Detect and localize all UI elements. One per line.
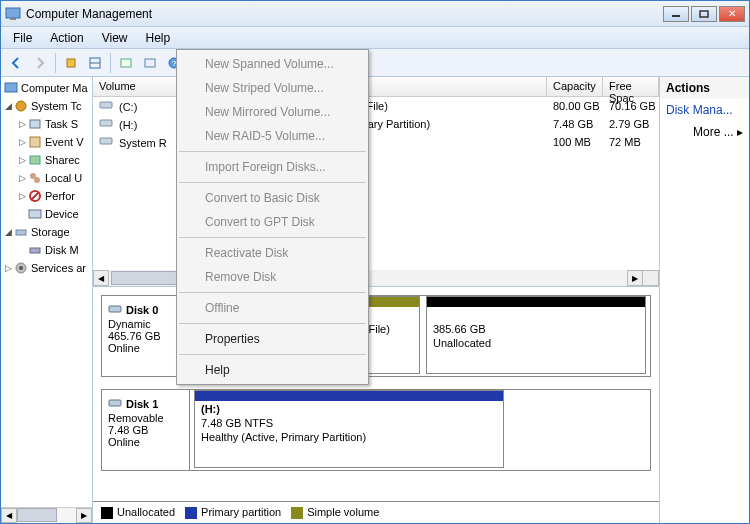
svg-rect-32 [109, 400, 121, 406]
app-icon [5, 6, 21, 22]
tree-item[interactable]: Disk M [1, 241, 92, 259]
svg-rect-17 [30, 137, 40, 147]
tree-item[interactable]: ▷Task S [1, 115, 92, 133]
toolbar-button-4[interactable] [139, 52, 161, 74]
back-button[interactable] [5, 52, 27, 74]
tree-item[interactable]: ◢System Tc [1, 97, 92, 115]
menu-bar: File Action View Help [1, 27, 749, 49]
svg-rect-1 [10, 18, 16, 20]
svg-rect-8 [145, 59, 155, 67]
svg-rect-14 [5, 83, 17, 92]
disk-icon [108, 302, 122, 318]
svg-line-22 [31, 192, 39, 200]
svg-rect-30 [100, 138, 112, 144]
svg-rect-24 [16, 230, 26, 235]
disk-1-info[interactable]: Disk 1 Removable 7.48 GB Online [102, 390, 190, 470]
minimize-button[interactable] [663, 6, 689, 22]
menu-help[interactable]: Help [138, 29, 179, 47]
actions-header: Actions [660, 77, 749, 99]
context-menu-item: New RAID-5 Volume... [177, 124, 368, 148]
drive-icon [99, 99, 115, 111]
context-menu-item: Convert to Basic Disk [177, 186, 368, 210]
tree-item[interactable]: ▷Services ar [1, 259, 92, 277]
tree-item-icon [27, 152, 43, 168]
tree-item-icon [27, 134, 43, 150]
context-menu-item: New Spanned Volume... [177, 52, 368, 76]
context-menu-item: New Striped Volume... [177, 76, 368, 100]
toolbar-button-2[interactable] [84, 52, 106, 74]
context-menu-item: Reactivate Disk [177, 241, 368, 265]
disk-1-row[interactable]: Disk 1 Removable 7.48 GB Online (H:) 7.4… [101, 389, 651, 471]
tree-root[interactable]: Computer Ma [1, 79, 92, 97]
tree-item-icon [27, 116, 43, 132]
forward-button[interactable] [29, 52, 51, 74]
svg-rect-29 [100, 120, 112, 126]
svg-rect-7 [121, 59, 131, 67]
svg-rect-31 [109, 306, 121, 312]
tree-item-icon [13, 98, 29, 114]
refresh-button[interactable] [115, 52, 137, 74]
svg-rect-16 [30, 120, 40, 128]
disk-1-partition-h[interactable]: (H:) 7.48 GB NTFS Healthy (Active, Prima… [194, 390, 504, 468]
context-menu-item[interactable]: Properties [177, 327, 368, 351]
toolbar-button-1[interactable] [60, 52, 82, 74]
navigation-tree[interactable]: Computer Ma ◢System Tc▷Task S▷Event V▷Sh… [1, 77, 93, 523]
menu-action[interactable]: Action [42, 29, 91, 47]
tree-item[interactable]: ▷Event V [1, 133, 92, 151]
header-capacity[interactable]: Capacity [547, 77, 603, 96]
header-free[interactable]: Free Spac [603, 77, 659, 96]
title-bar: Computer Management ✕ [1, 1, 749, 27]
context-menu-item: New Mirrored Volume... [177, 100, 368, 124]
tree-item-icon [13, 224, 29, 240]
svg-point-27 [19, 266, 23, 270]
tree-item-icon [27, 170, 43, 186]
tree-item[interactable]: Device [1, 205, 92, 223]
tree-item[interactable]: ▷Sharec [1, 151, 92, 169]
window-title: Computer Management [26, 7, 152, 21]
tree-item-icon [27, 242, 43, 258]
disk-0-unallocated[interactable]: 385.66 GBUnallocated [426, 296, 646, 374]
tree-item-icon [13, 260, 29, 276]
tree-item[interactable]: ▷Perfor [1, 187, 92, 205]
svg-rect-25 [30, 248, 40, 253]
svg-rect-0 [6, 8, 20, 18]
menu-file[interactable]: File [5, 29, 40, 47]
actions-pane: Actions Disk Mana... More ... ▸ [659, 77, 749, 523]
tree-item-icon [27, 206, 43, 222]
svg-rect-18 [30, 156, 40, 164]
svg-rect-4 [67, 59, 75, 67]
context-menu-item: Remove Disk [177, 265, 368, 289]
disk-context-menu[interactable]: New Spanned Volume...New Striped Volume.… [176, 49, 369, 385]
actions-more-link[interactable]: More ... ▸ [660, 121, 749, 143]
tree-item-icon [27, 188, 43, 204]
svg-point-15 [16, 101, 26, 111]
context-menu-item: Offline [177, 296, 368, 320]
close-button[interactable]: ✕ [719, 6, 745, 22]
drive-icon [99, 135, 115, 147]
toolbar: ? [1, 49, 749, 77]
tree-scrollbar[interactable]: ◀▶ [1, 507, 92, 523]
context-menu-item: Import Foreign Disks... [177, 155, 368, 179]
menu-view[interactable]: View [94, 29, 136, 47]
svg-rect-3 [700, 11, 708, 17]
tree-item[interactable]: ◢Storage [1, 223, 92, 241]
svg-rect-28 [100, 102, 112, 108]
svg-rect-23 [29, 210, 41, 218]
maximize-button[interactable] [691, 6, 717, 22]
context-menu-item[interactable]: Help [177, 358, 368, 382]
context-menu-item: Convert to GPT Disk [177, 210, 368, 234]
actions-disk-management-link[interactable]: Disk Mana... [660, 99, 749, 121]
svg-point-20 [34, 177, 40, 183]
legend: Unallocated Primary partition Simple vol… [93, 501, 659, 523]
tree-item[interactable]: ▷Local U [1, 169, 92, 187]
drive-icon [99, 117, 115, 129]
disk-icon [108, 396, 122, 412]
